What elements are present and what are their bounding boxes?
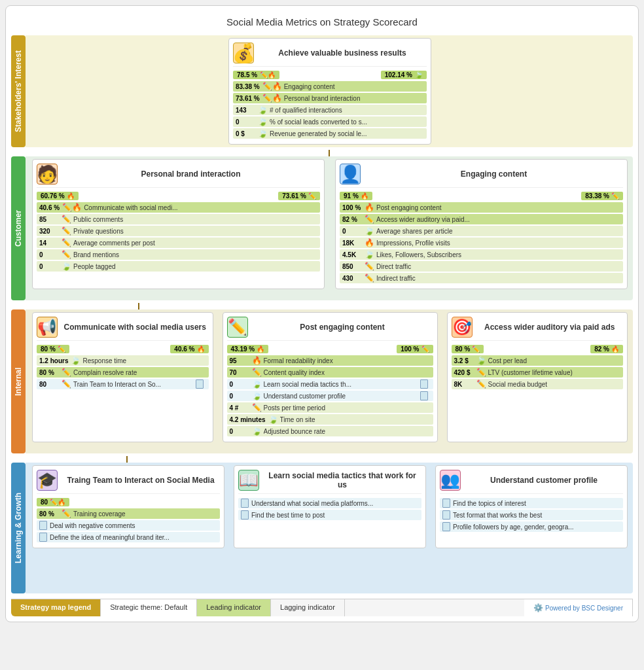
m-readability: 95 🔥 Formal readability index	[227, 355, 433, 366]
doc-icon-1	[196, 379, 204, 389]
learning-content: 🎓 Traing Team to Interact on Social Medi…	[26, 463, 633, 593]
val1: 78.5 % ✏️🔥	[233, 71, 279, 79]
stakeholders-section: Stakeholders' Interest 💰 Achieve valuabl…	[11, 35, 633, 147]
tabs-row: Strategy map legend Strategic theme: Def…	[11, 599, 633, 616]
m-comments: 85 ✏️ Public comments	[37, 214, 320, 224]
comm-value-bar: 80 % ✏️ 40.6 % 🔥	[37, 345, 209, 353]
personal-brand-card: 🧑 Personal brand interaction 60.76 % 🔥 7…	[32, 159, 325, 289]
tab-lagging[interactable]: Lagging indicator	[271, 599, 345, 616]
learning-label: Learning & Growth	[11, 463, 26, 593]
m-response: 1.2 hours 🍃 Response time	[37, 355, 209, 366]
metric-leads: 0 🍃 % of social leads converted to s...	[233, 116, 427, 127]
internal-label: Internal	[11, 309, 26, 453]
m-brand: 0 ✏️ Brand mentions	[37, 249, 320, 260]
internal-cards-row: 📢 Communicate with social media users 80…	[29, 312, 630, 442]
pb-value-bar: 60.76 % 🔥 73.61 % ✏️	[37, 192, 320, 200]
post-icon: ✏️	[227, 317, 248, 338]
m-learn-tactics: 0 🍃 Learn social media tactics th...	[227, 379, 433, 389]
m-questions: 320 ✏️ Private questions	[37, 226, 320, 236]
m-training-coverage: 80 % ✏️ Training coverage	[37, 508, 220, 519]
doc-icon-9	[442, 510, 450, 520]
m-cpl: 3.2 $ 🍃 Cost per lead	[452, 355, 624, 366]
tab-theme[interactable]: Strategic theme: Default	[101, 599, 197, 616]
speaker-icon: 📢	[37, 317, 58, 338]
profile-title: Understand customer profile	[465, 476, 623, 485]
post-value-bar: 43.19 % 🔥 100 % ✏️	[227, 345, 433, 353]
learn-title: Learn social media tactics that work for…	[263, 471, 421, 489]
paid-ads-card: 🎯 Access wider auditory via paid ads 80 …	[447, 312, 628, 442]
connector-2	[26, 303, 633, 309]
content-icon: 👤	[340, 164, 361, 185]
val2: 102.14 % 🍃	[381, 71, 427, 79]
ads-value-bar: 80 % ✏️ 82 % 🔥	[452, 345, 624, 353]
ec-value-bar: 91 % 🔥 83.38 % ✏️	[340, 192, 623, 200]
tab-leading[interactable]: Leading indicator	[197, 599, 271, 616]
m-complain: 80 % ✏️ Complain resolve rate	[37, 367, 209, 378]
m-train: 80 ✏️ Train Team to Interact on So...	[37, 379, 209, 389]
m-impressions: 18K 🔥 Impressions, Profile visits	[340, 238, 623, 248]
stakeholder-content: 💰 Achieve valuable business results 78.5…	[26, 35, 633, 147]
person-icon: 🧑	[37, 164, 58, 185]
learn-tactics-card: 📖 Learn social media tactics that work f…	[234, 465, 426, 548]
training-icon: 🎓	[37, 470, 58, 491]
customer-label: Customer	[11, 156, 26, 300]
doc-icon-7	[241, 510, 249, 520]
connector-1	[26, 150, 633, 156]
doc-icon-10	[442, 522, 450, 531]
metric-interactions: 143 🍃 # of qualified interactions	[233, 105, 427, 115]
train-value-bar: 80 ✏️🔥	[37, 498, 220, 506]
m-direct: 850 ✏️ Direct traffic	[340, 261, 623, 272]
stakeholder-card-wrapper: 💰 Achieve valuable business results 78.5…	[29, 38, 630, 145]
communicate-header: 📢 Communicate with social media users	[37, 317, 209, 341]
m-quality: 70 ✏️ Content quality index	[227, 367, 433, 378]
doc-icon-8	[442, 499, 450, 508]
m-bounce: 0 🍃 Adjusted bounce rate	[227, 426, 433, 436]
metric-revenue: 0 $ 🍃 Revenue generated by social le...	[233, 128, 427, 139]
doc-icon-3	[420, 391, 428, 400]
engaging-content-card: 👤 Engaging content 91 % 🔥 83.38 % ✏️ 100…	[335, 159, 628, 289]
doc-icon-6	[241, 499, 249, 508]
post-content-card: ✏️ Post engaging content 43.19 % 🔥 100 %…	[223, 312, 438, 442]
m-communicate: 40.6 % ✏️🔥 Communicate with social medi.…	[37, 202, 320, 213]
customer-cards-row: 🧑 Personal brand interaction 60.76 % 🔥 7…	[29, 159, 630, 289]
customer-section: Customer 🧑 Personal brand interaction 60…	[11, 156, 633, 300]
personal-brand-title: Personal brand interaction	[62, 169, 320, 179]
tab-legend[interactable]: Strategy map legend	[11, 599, 101, 616]
post-header: ✏️ Post engaging content	[227, 317, 433, 341]
card-header: 💰 Achieve valuable business results	[233, 43, 427, 67]
connector-3	[26, 456, 633, 463]
train-header: 🎓 Traing Team to Interact on Social Medi…	[37, 470, 220, 494]
doc-icon-2	[420, 379, 428, 389]
stakeholder-value-bar: 78.5 % ✏️🔥 102.14 % 🍃	[233, 71, 427, 79]
m-topics: Find the topics of interest	[440, 498, 623, 508]
internal-section: Internal 📢 Communicate with social media…	[11, 309, 633, 453]
learn-icon: 📖	[238, 470, 259, 491]
m-brand-iter: Define the idea of meaningful brand iter…	[37, 532, 220, 542]
engaging-header: 👤 Engaging content	[340, 164, 623, 188]
m-time-site: 4.2 minutes 🍃 Time on site	[227, 414, 433, 425]
metric-engaging: 83.38 % ✏️🔥 Engaging content	[233, 81, 427, 92]
doc-icon-5	[39, 533, 47, 542]
stakeholder-label: Stakeholders' Interest	[11, 35, 26, 147]
personal-brand-header: 🧑 Personal brand interaction	[37, 164, 320, 188]
customer-content: 🧑 Personal brand interaction 60.76 % 🔥 7…	[26, 156, 633, 300]
m-best-time: Find the best time to post	[238, 510, 421, 520]
achieve-results-card: 💰 Achieve valuable business results 78.5…	[228, 38, 431, 145]
internal-content: 📢 Communicate with social media users 80…	[26, 309, 633, 453]
learn-header: 📖 Learn social media tactics that work f…	[238, 470, 421, 494]
doc-icon-4	[39, 521, 47, 530]
communicate-card: 📢 Communicate with social media users 80…	[32, 312, 213, 442]
tab-powered: ⚙️ Powered by BSC Designer	[524, 599, 633, 616]
m-understand-customer: 0 🍃 Understand customer profile	[227, 391, 433, 401]
m-post-engaging: 100 % 🔥 Post engaging content	[340, 202, 623, 213]
achieve-title: Achieve valuable business results	[258, 48, 427, 58]
ads-header: 🎯 Access wider auditory via paid ads	[452, 317, 624, 341]
money-icon: 💰	[233, 43, 254, 63]
train-title: Traing Team to Interact on Social Media	[62, 476, 220, 485]
m-shares: 0 🍃 Average shares per article	[340, 226, 623, 236]
m-format: Test format that works the best	[440, 510, 623, 520]
learning-section: Learning & Growth 🎓 Traing Team to Inter…	[11, 463, 633, 593]
metric-personal: 73.61 % ✏️🔥 Personal brand interaction	[233, 93, 427, 103]
profile-header: 👥 Understand customer profile	[440, 470, 623, 494]
m-posts-period: 4 # ✏️ Posts per time period	[227, 402, 433, 413]
